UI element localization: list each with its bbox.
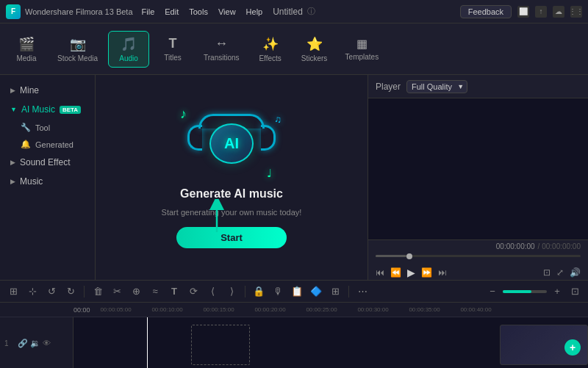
player-header: Player Full Quality ▼ (368, 75, 588, 98)
zoom-out-btn[interactable]: − (485, 284, 500, 299)
snap-btn[interactable]: 🔒 (251, 284, 266, 299)
tool-icon: 🔧 (21, 123, 31, 132)
crop-icon[interactable]: ⊡ (543, 267, 551, 278)
transitions-icon: ↔ (215, 36, 228, 51)
timeline-tracks: 1 🔗 🔉 👁 + (0, 317, 588, 368)
cloud-icon[interactable]: ☁ (553, 6, 564, 18)
player-buttons: ⏮ ⏪ ▶ ⏩ ⏭ ⊡ ⤢ 🔊 (376, 267, 581, 278)
toolbar-templates[interactable]: ▦ Templates (338, 32, 387, 65)
timeline-mark-7: 00:00:35:00 (399, 306, 451, 313)
text-btn[interactable]: T (167, 284, 182, 299)
toolbar-templates-label: Templates (345, 53, 379, 61)
quality-dropdown[interactable]: Full Quality ▼ (406, 80, 467, 93)
track-mute-icon[interactable]: 🔉 (30, 339, 40, 348)
track-number: 1 (4, 339, 15, 347)
separator-3 (348, 286, 349, 297)
bottom-toolbar: ⊞ ⊹ ↺ ↻ 🗑 ✂ ⊕ ≈ T ⟳ ⟨ ⟩ 🔒 🎙 📋 🔷 ⊞ ⋯ − + … (0, 280, 588, 302)
headphone-right-ear (261, 125, 276, 151)
headphone-graphic: AI ♪ ♫ ♩ (187, 110, 276, 176)
menu-file[interactable]: File (142, 7, 155, 16)
track-visible-icon[interactable]: 👁 (43, 339, 51, 348)
sidebar-item-generated[interactable]: 🔔 Generated (0, 136, 95, 153)
cut-btn[interactable]: ✂ (110, 284, 124, 299)
zoom-in-btn[interactable]: + (550, 284, 564, 299)
split-btn[interactable]: ⊕ (129, 284, 143, 299)
track-area[interactable]: + (74, 317, 588, 368)
toolbar-stock-label: Stock Media (57, 54, 98, 62)
add-track-button[interactable]: + (564, 339, 581, 356)
sidebar-sound-label: Sound Effect (20, 157, 71, 167)
sidebar-item-ai-music[interactable]: ▼ AI Music BETA (0, 100, 95, 119)
toolbar-audio[interactable]: 🎵 Audio (108, 31, 149, 68)
timecode-current: 00:00:00:00 (496, 242, 535, 250)
effects-icon: ✨ (262, 36, 279, 52)
grid-icon[interactable]: ⋮⋮ (570, 6, 582, 18)
timeline-mark-2: 00:00:10:00 (142, 306, 193, 313)
beta-badge: BETA (60, 106, 81, 114)
player-panel: Player Full Quality ▼ 00:00:00:00 / 00:0… (368, 75, 588, 280)
toolbar-transitions[interactable]: ↔ Transitions (196, 32, 247, 66)
color-btn[interactable]: 🔷 (309, 284, 323, 299)
skip-forward-icon[interactable]: ⏭ (438, 267, 447, 278)
separator-2 (245, 286, 245, 297)
menu-tools[interactable]: Tools (189, 7, 208, 16)
sidebar-item-tool[interactable]: 🔧 Tool (0, 119, 95, 136)
frame-forward-icon[interactable]: ⏩ (421, 267, 432, 278)
toolbar-media-label: Media (16, 54, 36, 62)
prev-frame[interactable]: ⟨ (205, 284, 220, 299)
rotate-btn[interactable]: ⟳ (186, 284, 201, 299)
monitor-icon[interactable]: ⬜ (517, 6, 529, 18)
timeline-ruler: 00:00 00:00:05:00 00:00:10:00 00:00:15:0… (0, 303, 588, 317)
export-icon[interactable]: ↑ (535, 6, 547, 18)
ripple-tool[interactable]: ⊹ (25, 284, 40, 299)
toolbar-titles[interactable]: T Titles (152, 32, 193, 66)
skip-back-icon[interactable]: ⏮ (376, 267, 384, 278)
sidebar: ▶ Mine ▼ AI Music BETA 🔧 Tool 🔔 Generate… (0, 75, 96, 280)
undo-btn[interactable]: ↺ (44, 284, 59, 299)
link-btn[interactable]: ⊞ (328, 284, 343, 299)
player-controls: 00:00:00:00 / 00:00:00:00 ⏮ ⏪ ▶ ⏩ ⏭ ⊡ ⤢ … (368, 239, 588, 280)
timeline-mark-3: 00:00:15:00 (193, 306, 245, 313)
project-name-area: Player Untitled ⓘ (273, 6, 315, 17)
timeline-mark-4: 00:00:20:00 (245, 306, 296, 313)
select-tool[interactable]: ⊞ (6, 284, 21, 299)
title-bar: F Wondershare Filmora 13 Beta File Edit … (0, 0, 588, 24)
fullscreen-icon[interactable]: ⤢ (556, 267, 564, 278)
speed-btn[interactable]: ≈ (148, 284, 162, 299)
zoom-slider[interactable] (503, 290, 547, 293)
sidebar-item-sound-effect[interactable]: ▶ Sound Effect (0, 153, 95, 172)
progress-fill (376, 255, 406, 257)
frame-back-icon[interactable]: ⏪ (390, 267, 401, 278)
menu-view[interactable]: View (218, 7, 236, 16)
speaker-icon[interactable]: 🔊 (570, 267, 581, 278)
feedback-button[interactable]: Feedback (460, 5, 512, 18)
project-title: Untitled (273, 7, 303, 17)
toolbar-media[interactable]: 🎬 Media (6, 32, 47, 67)
clip-btn[interactable]: 📋 (290, 284, 304, 299)
arrow-indicator (202, 199, 232, 236)
redo-btn[interactable]: ↻ (63, 284, 78, 299)
zoom-fit-btn[interactable]: ⊡ (567, 284, 582, 299)
logo-icon: F (6, 4, 21, 19)
separator-1 (84, 286, 85, 297)
more-btn[interactable]: ⋯ (355, 284, 370, 299)
track-controls: 1 🔗 🔉 👁 (0, 317, 74, 368)
menu-help[interactable]: Help (246, 7, 263, 16)
toolbar-stickers[interactable]: ⭐ Stickers (294, 32, 335, 67)
timecode-total: / 00:00:00:00 (538, 242, 581, 250)
stock-media-icon: 📷 (70, 36, 86, 52)
delete-btn[interactable]: 🗑 (90, 284, 105, 299)
stickers-icon: ⭐ (306, 36, 323, 52)
play-icon[interactable]: ▶ (407, 267, 415, 278)
sidebar-item-music[interactable]: ▶ Music (0, 172, 95, 191)
toolbar-stock-media[interactable]: 📷 Stock Media (50, 32, 105, 67)
menu-edit[interactable]: Edit (165, 7, 179, 16)
titles-icon: T (169, 36, 177, 51)
ai-music-graphic: AI ♪ ♫ ♩ (184, 107, 279, 180)
mic-btn[interactable]: 🎙 (270, 284, 285, 299)
sidebar-item-mine[interactable]: ▶ Mine (0, 81, 95, 100)
chevron-down-icon: ▼ (457, 83, 464, 90)
next-frame[interactable]: ⟩ (224, 284, 239, 299)
toolbar-effects[interactable]: ✨ Effects (250, 32, 291, 67)
track-lock-icon[interactable]: 🔗 (18, 339, 28, 348)
